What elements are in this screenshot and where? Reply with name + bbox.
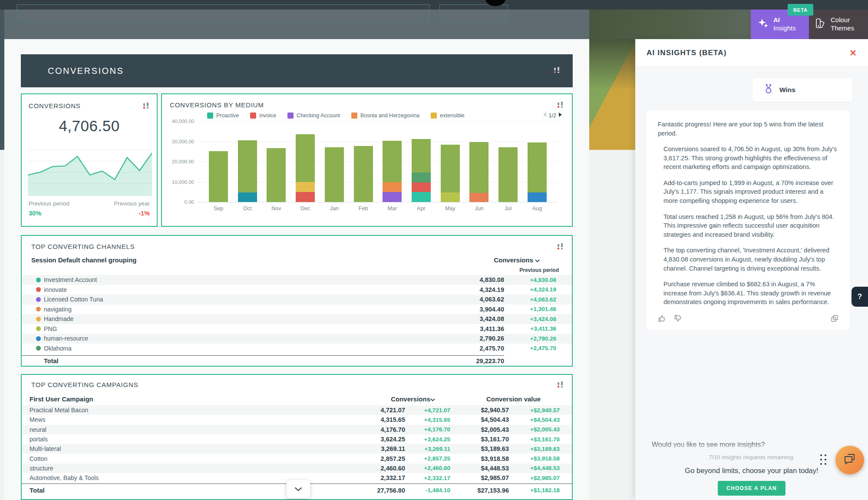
colour-themes-button[interactable]: ColourThemes: [809, 10, 868, 39]
campaign-name: Practical Metal Bacon: [30, 407, 353, 414]
bar-column: [209, 121, 228, 202]
channel-name: Oklahoma: [44, 345, 448, 352]
conversion-value-previous: +$3,918.58: [509, 455, 560, 462]
legend-prev-arrow[interactable]: [543, 112, 547, 119]
y-axis-tick-label: 30,000.00: [172, 139, 194, 144]
y-axis-tick-label: 20,000.00: [172, 159, 194, 164]
conversions-value: 3,904.40: [448, 306, 504, 313]
campaigns-metric-dropdown[interactable]: Conversions: [353, 395, 450, 403]
background-image-corner: [589, 39, 635, 150]
channels-metric-dropdown[interactable]: Conversions: [448, 256, 556, 264]
table-row: portals3,624.25+3,624.25$3,161.70+$3,161…: [22, 434, 572, 444]
bar-stack: [528, 121, 547, 202]
chevron-down-icon: [430, 395, 435, 403]
conversions-value: 3,624.25: [353, 436, 405, 443]
y-axis-tick-label: 10,000.00: [172, 179, 194, 185]
campaigns-total-value: $27,153.96: [450, 487, 509, 494]
conversions-value: 2,460.60: [353, 465, 405, 472]
insight-paragraph: Conversions soared to 4,706.50 in August…: [658, 145, 838, 172]
channel-color-dot: [36, 278, 41, 282]
channels-card-title: TOP CONVERTING CHANNELS: [31, 243, 135, 250]
bar-column: [238, 121, 257, 202]
channel-color-dot: [36, 326, 41, 331]
bar-segment: [383, 182, 402, 192]
wins-label: Wins: [779, 86, 795, 94]
previous-period-value: +2,475.70: [504, 345, 556, 351]
x-axis-label: Dec: [296, 205, 315, 212]
channels-dimension-header: Session Default channel grouping: [31, 256, 448, 264]
choose-plan-button[interactable]: CHOOSE A PLAN: [718, 481, 785, 496]
channel-name: Licensed Cotton Tuna: [44, 296, 448, 303]
bar-segment: [412, 139, 431, 172]
bar-segment: [296, 192, 315, 202]
campaigns-total-conversions-prev: -1,484.10: [405, 487, 450, 493]
legend-next-arrow[interactable]: [558, 112, 562, 119]
legend-pagination: 1/2: [543, 112, 562, 119]
bar-column: [296, 121, 315, 202]
table-row: neural4,176.70+4,176.70$2,005.43+$2,005.…: [22, 425, 572, 434]
bar-segment: [441, 192, 460, 202]
campaigns-dimension-header: First User Campaign: [30, 395, 353, 403]
bar-column: [498, 121, 518, 202]
campaign-name: portals: [30, 436, 353, 443]
chat-fab[interactable]: [835, 446, 864, 474]
channels-rows: Investment Account4,830.08+4,830.08innov…: [22, 275, 572, 353]
previous-year-label: Previous year: [114, 200, 150, 207]
conversions-previous-value: +4,315.65: [405, 417, 450, 423]
bar-segment: [412, 192, 431, 202]
bar-column: [412, 121, 431, 202]
x-axis-line: [198, 202, 558, 202]
table-row: PNG3,411.36+3,411.36: [22, 324, 572, 334]
x-axis-label: Oct: [238, 205, 257, 212]
campaign-name: structure: [30, 465, 353, 472]
drag-handle[interactable]: [820, 454, 827, 467]
widget-chart-icon[interactable]: [557, 381, 564, 390]
conversions-previous-value: +3,269.11: [405, 446, 450, 452]
colour-themes-label-line2: Themes: [831, 24, 854, 32]
wins-chip[interactable]: Wins: [752, 78, 852, 102]
conversions-value: 3,269.11: [353, 445, 405, 452]
table-row: innovate4,324.19+4,324.19: [22, 285, 572, 295]
bar-column: [267, 121, 286, 202]
widget-chart-icon[interactable]: [557, 243, 564, 252]
widget-chart-icon[interactable]: [554, 66, 561, 76]
bar-stack: [441, 121, 460, 202]
legend-item: Proactive: [207, 113, 239, 119]
bar-stack: [498, 121, 518, 202]
conversions-previous-value: +2,332.17: [405, 475, 450, 481]
table-row: Mews4,315.65+4,315.65$4,504.43+$4,504.43: [22, 415, 572, 424]
previous-period-change: 30%: [29, 210, 41, 217]
campaigns-rows: Practical Metal Bacon4,721.07+4,721.07$2…: [22, 405, 572, 483]
x-axis-label: Nov: [267, 205, 286, 212]
channels-previous-period-header: Previous period: [22, 267, 572, 273]
channel-color-dot: [36, 336, 41, 341]
x-axis-label: Jan: [325, 205, 344, 212]
previous-period-value: +4,063.62: [504, 296, 556, 303]
conversions-value: 2,790.26: [448, 335, 504, 342]
expand-table-button[interactable]: [287, 480, 310, 498]
campaign-name: Mews: [30, 416, 353, 423]
conversions-previous-value: +2,460.60: [405, 465, 450, 471]
conversions-value: 4,315.65: [353, 416, 405, 423]
thumbs-up-button[interactable]: [658, 315, 666, 322]
conversions-value: 4,721.07: [353, 407, 405, 414]
thumbs-down-button[interactable]: [674, 315, 682, 322]
table-row: Cotton2,857.25+2,857.25$3,918.58+$3,918.…: [22, 454, 572, 463]
chart-legend: ProactiveinvoiceChecking AccountBosnia a…: [207, 112, 564, 119]
ai-insights-label-line1: AI: [773, 16, 796, 24]
widget-chart-icon[interactable]: [557, 101, 564, 110]
channel-name: Investment Account: [44, 276, 448, 283]
bar-segment: [469, 193, 488, 202]
help-button[interactable]: ?: [851, 287, 868, 307]
bar-chart-plot: 40,000.0030,000.0020,000.0010,000.000.00: [198, 121, 558, 202]
channel-color-dot: [36, 346, 41, 351]
widget-chart-icon[interactable]: [143, 102, 150, 111]
conversions-previous-value: +2,857.25: [405, 455, 450, 462]
top-converting-channels-card: TOP CONVERTING CHANNELS Session Default …: [21, 235, 573, 367]
conversion-value: $3,918.58: [450, 455, 509, 462]
conversions-value: 4,176.70: [353, 426, 405, 433]
close-icon[interactable]: ✕: [849, 49, 857, 57]
legend-swatch: [431, 113, 437, 119]
copy-icon[interactable]: [831, 315, 838, 322]
bar-segment: [498, 147, 518, 202]
